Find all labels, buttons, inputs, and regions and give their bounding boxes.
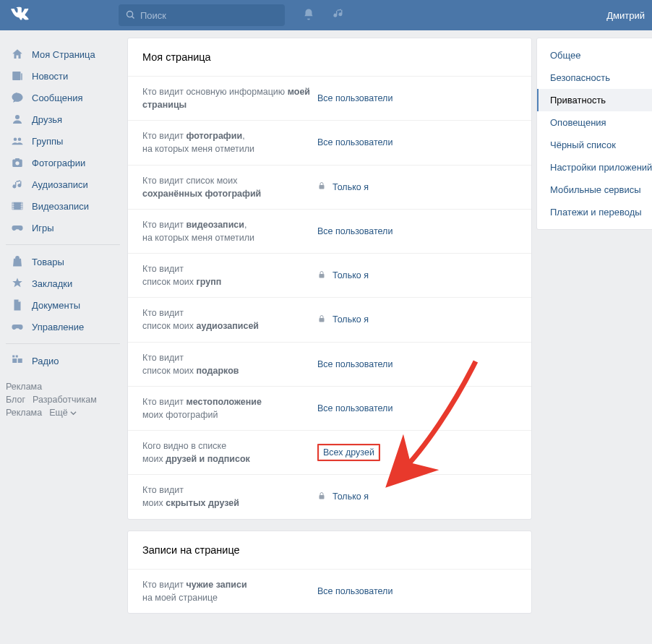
docs-icon <box>10 298 25 312</box>
nav-item-market[interactable]: Товары <box>6 251 120 272</box>
settings-nav-item[interactable]: Общее <box>537 44 652 66</box>
svg-rect-18 <box>319 318 325 322</box>
svg-line-1 <box>132 17 134 19</box>
chevron-down-icon <box>70 410 77 416</box>
settings-nav: ОбщееБезопасностьПриватностьОповещенияЧё… <box>536 38 652 230</box>
privacy-setting-row: Кто видит список моихсохранённых фотогра… <box>128 165 531 209</box>
nav-label: Видеозаписи <box>32 201 89 212</box>
setting-value-dropdown[interactable]: Только я <box>317 314 369 325</box>
footer-blog[interactable]: Блог <box>6 395 25 405</box>
footer-dev[interactable]: Разработчикам <box>33 395 97 405</box>
nav-separator <box>6 244 120 245</box>
left-nav: Моя СтраницаНовостиСообщенияДрузьяГруппы… <box>6 38 120 624</box>
nav-label: Сообщения <box>32 93 83 103</box>
svg-rect-15 <box>16 356 18 358</box>
nav-item-msg[interactable]: Сообщения <box>6 87 120 108</box>
setting-label: Кто видитсписок моих аудиозаписей <box>142 306 317 332</box>
svg-point-6 <box>18 138 22 142</box>
svg-point-4 <box>15 115 20 119</box>
svg-rect-2 <box>12 72 20 80</box>
setting-label: Кто видитмоих скрытых друзей <box>142 484 317 510</box>
svg-rect-12 <box>12 359 17 363</box>
setting-value-dropdown[interactable]: Только я <box>317 491 369 502</box>
search-input[interactable] <box>119 4 285 26</box>
privacy-setting-row: Кто видит фотографии,на которых меня отм… <box>128 120 531 164</box>
privacy-setting-row: Кто видит местоположениемоих фотографийВ… <box>128 386 531 430</box>
svg-point-8 <box>15 161 19 165</box>
nav-item-friends[interactable]: Друзья <box>6 108 120 130</box>
settings-nav-item[interactable]: Мобильные сервисы <box>537 179 652 201</box>
vk-logo[interactable] <box>10 5 30 25</box>
privacy-setting-row: Кто видитсписок моих аудиозаписейТолько … <box>128 297 531 341</box>
nav-label: Закладки <box>32 278 72 289</box>
nav-label: Игры <box>32 223 54 233</box>
privacy-card-my-page: Моя страница Кто видит основную информац… <box>127 38 532 520</box>
svg-point-0 <box>127 12 133 17</box>
settings-nav-item[interactable]: Настройки приложений <box>537 156 652 179</box>
nav-item-photo[interactable]: Фотографии <box>6 152 120 173</box>
settings-nav-item[interactable]: Безопасность <box>537 66 652 89</box>
card-title: Моя страница <box>128 38 531 76</box>
nav-item-home[interactable]: Моя Страница <box>6 43 120 65</box>
nav-item-docs[interactable]: Документы <box>6 294 120 316</box>
setting-value-dropdown[interactable]: Все пользователи <box>317 137 393 147</box>
footer-ad[interactable]: Реклама <box>6 382 42 392</box>
svg-rect-17 <box>319 274 325 278</box>
nav-item-groups[interactable]: Группы <box>6 130 120 152</box>
photo-icon <box>10 155 25 170</box>
setting-value-text: Все пользователи <box>317 359 393 369</box>
setting-value-dropdown[interactable]: Только я <box>317 181 369 192</box>
setting-label: Кто видит видеозаписи,на которых меня от… <box>142 218 317 244</box>
settings-nav-item[interactable]: Чёрный список <box>537 134 652 156</box>
nav-item-audio[interactable]: Аудиозаписи <box>6 173 120 195</box>
setting-value-text: Все пользователи <box>317 586 393 596</box>
nav-separator <box>6 343 120 344</box>
audio-icon <box>10 177 25 192</box>
nav-item-games[interactable]: Игры <box>6 217 120 239</box>
nav-item-video[interactable]: Видеозаписи <box>6 195 120 217</box>
news-icon <box>10 69 25 83</box>
username[interactable]: Дмитрий <box>606 10 645 21</box>
groups-icon <box>10 134 25 148</box>
card-title: Записи на странице <box>128 531 531 569</box>
nav-label: Документы <box>32 300 80 311</box>
setting-value-dropdown[interactable]: Всех друзей <box>317 444 380 461</box>
bookmark-icon <box>10 276 25 291</box>
footer-ad2[interactable]: Реклама <box>6 408 42 418</box>
friends-icon <box>10 112 25 126</box>
privacy-setting-row: Кто видитмоих скрытых друзейТолько я <box>128 474 531 518</box>
highlight-box: Всех друзей <box>317 444 380 461</box>
footer-links: Реклама Блог Разработчикам Реклама Ещё <box>6 382 120 418</box>
setting-value-dropdown[interactable]: Все пользователи <box>317 586 393 596</box>
footer-more[interactable]: Ещё <box>49 408 77 418</box>
msg-icon <box>10 90 25 105</box>
nav-item-manage[interactable]: Управление <box>6 316 120 338</box>
setting-label: Кто видит фотографии,на которых меня отм… <box>142 129 317 155</box>
privacy-setting-row: Кто видитсписок моих группТолько я <box>128 253 531 297</box>
search-icon <box>125 9 136 22</box>
nav-item-bookmark[interactable]: Закладки <box>6 272 120 294</box>
nav-label: Новости <box>32 71 68 82</box>
privacy-setting-row: Кто видит основную информацию моей стран… <box>128 76 531 120</box>
nav-label: Товары <box>32 257 64 267</box>
setting-value-dropdown[interactable]: Все пользователи <box>317 359 393 369</box>
home-icon <box>10 47 25 61</box>
main-column: Моя страница Кто видит основную информац… <box>127 38 532 624</box>
setting-value-text: Все пользователи <box>317 403 393 413</box>
settings-nav-item[interactable]: Платежи и переводы <box>537 201 652 223</box>
nav-item-news[interactable]: Новости <box>6 65 120 87</box>
settings-nav-item[interactable]: Приватность <box>537 89 652 111</box>
svg-rect-3 <box>21 73 22 80</box>
games-icon <box>10 220 25 235</box>
setting-value-dropdown[interactable]: Все пользователи <box>317 93 393 103</box>
setting-label: Кто видит основную информацию моей стран… <box>142 85 317 111</box>
svg-point-5 <box>14 138 17 142</box>
settings-nav-item[interactable]: Оповещения <box>537 111 652 134</box>
bell-icon[interactable] <box>302 8 315 23</box>
setting-value-dropdown[interactable]: Все пользователи <box>317 403 393 413</box>
setting-value-dropdown[interactable]: Все пользователи <box>317 226 393 236</box>
nav-item-radio[interactable]: Радио <box>6 350 120 372</box>
music-icon[interactable] <box>333 8 345 22</box>
nav-label: Аудиозаписи <box>32 179 88 190</box>
setting-value-dropdown[interactable]: Только я <box>317 270 369 281</box>
